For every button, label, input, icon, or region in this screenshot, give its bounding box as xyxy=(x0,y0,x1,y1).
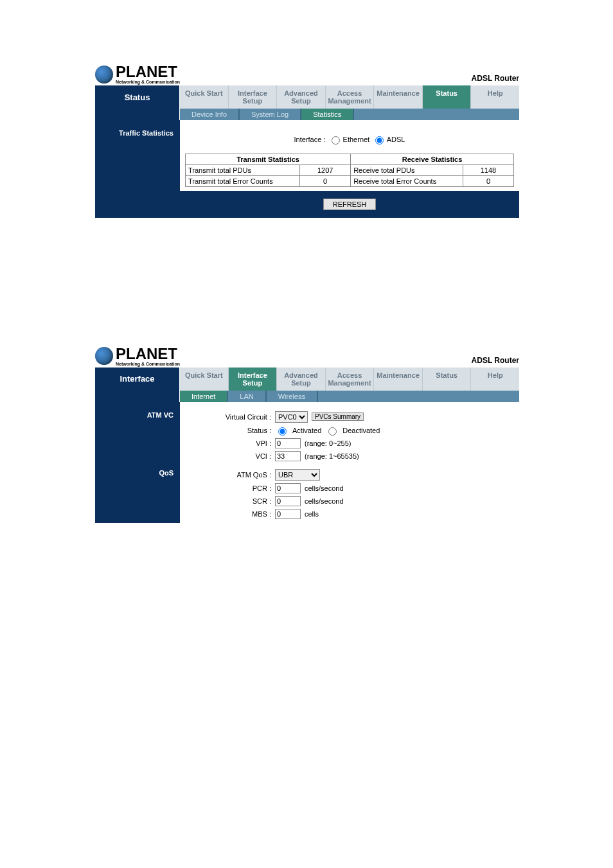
tx-pdus-label: Transmit total PDUs xyxy=(186,164,300,175)
subtab-wireless[interactable]: Wireless xyxy=(267,391,318,402)
pcr-label: PCR : xyxy=(185,484,275,492)
vpi-label: VPI : xyxy=(185,439,275,447)
tab-maintenance[interactable]: Maintenance xyxy=(374,368,423,391)
main-nav: Quick Start Interface Setup Advanced Set… xyxy=(180,85,519,109)
radio-adsl-label: ADSL xyxy=(387,136,405,143)
page-title: Status xyxy=(95,85,180,109)
interface-selector: Interface : Ethernet ADSL xyxy=(185,129,514,154)
tx-err-val: 0 xyxy=(300,175,351,186)
pvcs-summary-button[interactable]: PVCs Summary xyxy=(312,412,364,421)
radio-deactivated-label: Deactivated xyxy=(342,427,380,434)
tab-status[interactable]: Status xyxy=(423,368,472,391)
section-traffic-stats: Traffic Statistics xyxy=(95,125,180,141)
tab-access-management[interactable]: Access Management xyxy=(326,85,375,109)
table-row: Transmit total Error Counts 0 Receive to… xyxy=(186,175,514,186)
section-atm-vc: ATM VC xyxy=(95,407,180,423)
status-label: Status : xyxy=(185,427,275,434)
vc-select[interactable]: PVC0 xyxy=(275,411,308,423)
tab-access-management[interactable]: Access Management xyxy=(326,368,375,391)
tab-advanced-setup[interactable]: Advanced Setup xyxy=(277,85,326,109)
tab-quick-start[interactable]: Quick Start xyxy=(180,368,229,391)
subtab-system-log[interactable]: System Log xyxy=(240,109,301,120)
tab-interface-setup[interactable]: Interface Setup xyxy=(229,368,278,391)
main-nav: Quick Start Interface Setup Advanced Set… xyxy=(180,368,519,391)
interface-screen: PLANET Networking & Communication ADSL R… xyxy=(95,346,519,523)
tab-quick-start[interactable]: Quick Start xyxy=(180,85,229,109)
scr-input[interactable] xyxy=(275,496,301,506)
brand-logo: PLANET Networking & Communication xyxy=(95,64,180,84)
tx-header: Transmit Statistics xyxy=(186,154,351,164)
subtab-device-info[interactable]: Device Info xyxy=(180,109,240,120)
tab-status[interactable]: Status xyxy=(423,85,472,109)
mbs-input[interactable] xyxy=(275,509,301,519)
subtab-internet[interactable]: Internet xyxy=(180,391,228,402)
refresh-button[interactable]: REFRESH xyxy=(323,199,377,210)
radio-adsl[interactable] xyxy=(375,136,384,145)
rx-err-label: Receive total Error Counts xyxy=(351,175,463,186)
radio-activated[interactable] xyxy=(278,427,287,436)
status-screen: PLANET Networking & Communication ADSL R… xyxy=(95,64,519,218)
tab-help[interactable]: Help xyxy=(471,368,519,391)
tab-advanced-setup[interactable]: Advanced Setup xyxy=(277,368,326,391)
sub-nav: Device Info System Log Statistics xyxy=(180,109,519,120)
tab-maintenance[interactable]: Maintenance xyxy=(374,85,423,109)
scr-hint: cells/second xyxy=(305,497,344,505)
mbs-hint: cells xyxy=(305,510,319,518)
globe-icon xyxy=(95,66,113,84)
rx-pdus-label: Receive total PDUs xyxy=(351,164,463,175)
globe-icon xyxy=(95,347,113,365)
radio-deactivated[interactable] xyxy=(328,427,337,436)
vci-hint: (range: 1~65535) xyxy=(305,452,359,460)
mbs-label: MBS : xyxy=(185,510,275,518)
vpi-input[interactable] xyxy=(275,438,301,448)
rx-header: Receive Statistics xyxy=(351,154,514,164)
vci-label: VCI : xyxy=(185,452,275,460)
vpi-hint: (range: 0~255) xyxy=(305,439,351,447)
radio-activated-label: Activated xyxy=(292,427,321,434)
brand-logo: PLANET Networking & Communication xyxy=(95,346,180,366)
product-label: ADSL Router xyxy=(472,74,519,84)
pcr-hint: cells/second xyxy=(305,484,344,492)
table-row: Transmit total PDUs 1207 Receive total P… xyxy=(186,164,514,175)
vc-label: Virtual Circuit : xyxy=(185,413,275,421)
pcr-input[interactable] xyxy=(275,483,301,493)
subtab-statistics[interactable]: Statistics xyxy=(301,109,354,120)
radio-ethernet-label: Ethernet xyxy=(343,136,370,143)
brand-name: PLANET xyxy=(116,64,180,80)
vci-input[interactable] xyxy=(275,451,301,461)
brand-name: PLANET xyxy=(116,346,180,362)
product-label: ADSL Router xyxy=(472,356,519,366)
radio-ethernet[interactable] xyxy=(332,136,340,145)
tx-pdus-val: 1207 xyxy=(300,164,351,175)
scr-label: SCR : xyxy=(185,497,275,505)
rx-err-val: 0 xyxy=(463,175,514,186)
subtab-lan[interactable]: LAN xyxy=(228,391,266,402)
atmqos-select[interactable]: UBR xyxy=(275,469,320,481)
interface-label: Interface : xyxy=(294,136,326,143)
tx-err-label: Transmit total Error Counts xyxy=(186,175,300,186)
section-qos: QoS xyxy=(95,465,180,481)
brand-tagline: Networking & Communication xyxy=(116,362,180,366)
rx-pdus-val: 1148 xyxy=(463,164,514,175)
tab-interface-setup[interactable]: Interface Setup xyxy=(229,85,278,109)
page-title: Interface xyxy=(95,368,180,391)
sub-nav: Internet LAN Wireless xyxy=(180,391,519,402)
atmqos-label: ATM QoS : xyxy=(185,471,275,479)
stats-table: Transmit Statistics Receive Statistics T… xyxy=(185,154,514,187)
tab-help[interactable]: Help xyxy=(471,85,519,109)
brand-tagline: Networking & Communication xyxy=(116,80,180,84)
